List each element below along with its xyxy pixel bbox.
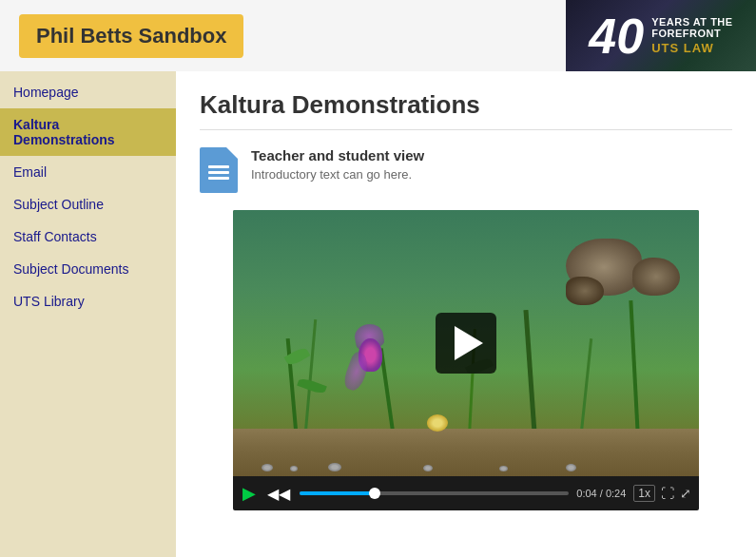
rock-3	[566, 277, 604, 305]
sidebar-item-email[interactable]: Email	[0, 156, 176, 188]
sidebar-item-subject-documents[interactable]: Subject Documents	[0, 253, 176, 285]
progress-thumb	[369, 488, 380, 499]
snail-shell	[427, 414, 448, 432]
expand-button[interactable]: ⤢	[680, 486, 691, 501]
controls-right: 1x ⛶ ⤢	[633, 485, 691, 502]
total-time: 0:24	[606, 488, 626, 499]
pebble-6	[566, 464, 576, 471]
info-text-block: Teacher and student view Introductory te…	[251, 147, 424, 182]
doc-icon-lines	[208, 165, 229, 182]
video-player[interactable]: ▶ ◀◀ 0:04 / 0:24 1x ⛶ ⤢	[233, 210, 699, 510]
plant-7	[629, 300, 639, 433]
fullscreen-button[interactable]: ⛶	[661, 486, 674, 501]
time-display: 0:04 / 0:24	[576, 488, 626, 499]
play-triangle-icon	[455, 326, 483, 360]
play-button-overlay[interactable]	[436, 313, 496, 374]
doc-line-2	[208, 171, 229, 174]
logo-line1: YEARS AT THE	[651, 16, 732, 28]
rock-2	[632, 258, 680, 296]
logo-line3: UTS LAW	[651, 41, 732, 55]
rewind-button[interactable]: ◀◀	[265, 483, 292, 505]
progress-fill	[300, 491, 375, 495]
play-pause-button[interactable]: ▶	[241, 481, 258, 506]
current-time: 0:04	[576, 488, 596, 499]
content-area: Kaltura Demonstrations Teacher and stude…	[176, 71, 756, 557]
logo-number: 40	[589, 11, 644, 61]
aquarium-ground	[233, 429, 699, 476]
logo-line2: FOREFRONT	[651, 28, 732, 39]
pebble-1	[262, 464, 273, 471]
logo-text: YEARS AT THE FOREFRONT UTS LAW	[651, 16, 732, 55]
info-section: Teacher and student view Introductory te…	[200, 147, 732, 193]
speed-control[interactable]: 1x	[633, 485, 655, 502]
site-title: Phil Betts Sandbox	[36, 24, 226, 48]
sidebar-item-uts-library[interactable]: UTS Library	[0, 285, 176, 317]
sidebar-item-subject-outline[interactable]: Subject Outline	[0, 188, 176, 221]
sidebar-item-homepage[interactable]: Homepage	[0, 76, 176, 108]
uts-logo: 40 YEARS AT THE FOREFRONT UTS LAW	[566, 0, 756, 71]
video-controls: ▶ ◀◀ 0:04 / 0:24 1x ⛶ ⤢	[233, 476, 699, 510]
pebble-2	[290, 466, 298, 471]
doc-line-1	[208, 165, 229, 168]
pebble-5	[499, 466, 508, 471]
sidebar-item-staff-contacts[interactable]: Staff Contacts	[0, 221, 176, 253]
progress-bar[interactable]	[300, 491, 569, 495]
doc-line-3	[208, 177, 229, 180]
sidebar: Homepage Kaltura Demonstrations Email Su…	[0, 71, 176, 557]
header: Phil Betts Sandbox 40 YEARS AT THE FOREF…	[0, 0, 756, 71]
sidebar-item-kaltura[interactable]: Kaltura Demonstrations	[0, 108, 176, 156]
video-screen[interactable]	[233, 210, 699, 476]
leaf-2	[297, 376, 327, 395]
main-layout: Homepage Kaltura Demonstrations Email Su…	[0, 71, 756, 557]
page-title: Kaltura Demonstrations	[200, 90, 732, 130]
pebble-4	[423, 465, 433, 471]
plant-2	[304, 319, 317, 433]
header-title-box: Phil Betts Sandbox	[19, 14, 243, 58]
plant-5	[523, 310, 536, 433]
fish	[347, 324, 395, 391]
plant-6	[580, 338, 592, 433]
document-icon	[200, 147, 238, 193]
info-subtitle: Introductory text can go here.	[251, 167, 424, 182]
info-title: Teacher and student view	[251, 147, 424, 163]
pebble-3	[328, 463, 341, 471]
snail	[423, 414, 452, 433]
